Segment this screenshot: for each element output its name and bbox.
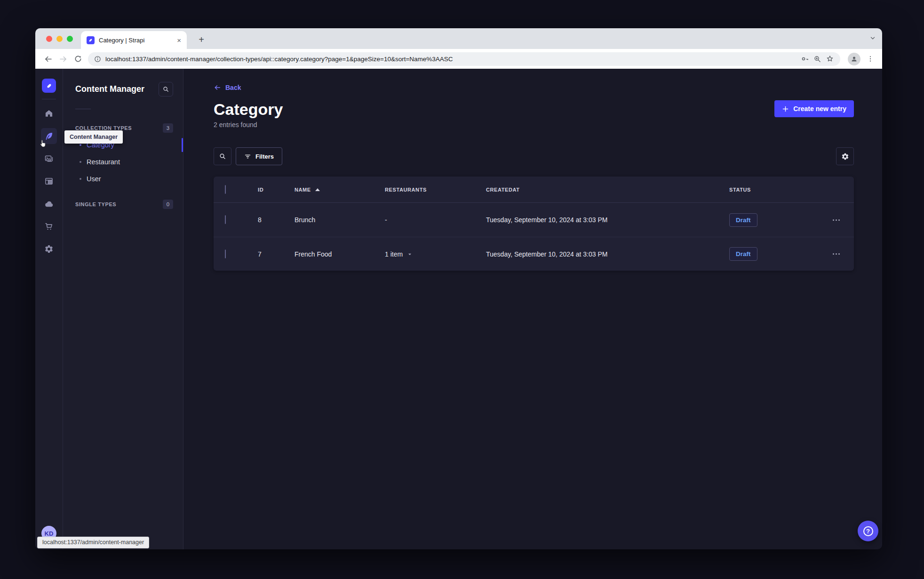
column-header-name[interactable]: NAME [295,187,385,193]
sort-ascending-icon [315,188,320,191]
arrow-left-icon [214,84,221,91]
create-new-entry-label: Create new entry [793,105,846,113]
row-checkbox[interactable] [225,249,226,258]
marketplace-cart-icon[interactable] [41,218,57,234]
window-controls [46,36,73,42]
single-types-label: SINGLE TYPES [75,201,116,207]
address-bar[interactable]: localhost:1337/admin/content-manager/col… [88,52,840,66]
page-info-icon[interactable] [94,56,101,63]
cell-createdat: Tuesday, September 10, 2024 at 3:03 PM [486,250,729,258]
main-content: Back Category 2 entries found Create new… [183,69,882,549]
entries-count: 2 entries found [214,121,854,129]
filter-icon [244,153,251,160]
main-navigation-rail: KD [35,69,63,549]
content-manager-icon[interactable] [41,128,57,144]
bullet-icon [80,161,81,163]
status-badge: Draft [729,213,757,227]
subnav-search-icon[interactable] [159,82,173,96]
filters-label: Filters [255,153,274,160]
close-tab-icon[interactable]: × [177,37,181,44]
back-link[interactable]: Back [214,84,241,91]
view-settings-button[interactable] [836,147,854,165]
table-row[interactable]: 8 Brunch - Tuesday, September 10, 2024 a… [214,203,854,237]
content-manager-tooltip: Content Manager [64,130,123,144]
cell-createdat: Tuesday, September 10, 2024 at 3:03 PM [486,216,729,224]
tab-title: Category | Strapi [99,37,173,44]
row-checkbox[interactable] [225,215,226,224]
entries-table: ID NAME RESTAURANTS CREATEDAT STATUS 8 B… [214,177,854,271]
close-window-button[interactable] [46,36,52,42]
column-header-status[interactable]: STATUS [729,187,821,193]
status-bar-link: localhost:1337/admin/content-manager [37,537,149,548]
strapi-admin: KD Content Manager COLLECTION TYPES 3 [35,69,882,549]
filter-toolbar: Filters [214,147,854,165]
strapi-logo[interactable] [42,79,56,93]
reload-icon[interactable] [71,52,85,66]
settings-gear-icon[interactable] [41,241,57,257]
subnav-title: Content Manager [75,84,144,94]
subnav-item-label: Restaurant [87,158,120,166]
cloud-icon[interactable] [41,196,57,212]
browser-profile-avatar[interactable] [848,53,860,65]
cell-restaurants[interactable]: 1 item [385,250,486,258]
bullet-icon [80,178,81,180]
table-row[interactable]: 7 French Food 1 item Tuesday, September … [214,237,854,271]
content-type-builder-icon[interactable] [41,173,57,189]
chevron-down-icon[interactable] [407,251,413,257]
browser-window: Category | Strapi × + local [35,28,882,549]
browser-toolbar: localhost:1337/admin/content-manager/col… [35,49,882,69]
browser-menu-icon[interactable] [864,53,876,65]
bookmark-star-icon[interactable] [826,55,834,63]
new-tab-button[interactable]: + [195,33,207,46]
subnav-item-user[interactable]: User [75,170,173,187]
minimize-window-button[interactable] [56,36,63,42]
strapi-favicon-icon [87,36,95,44]
zoom-page-icon[interactable] [813,55,821,63]
bullet-icon [80,144,81,146]
search-button[interactable] [214,147,231,165]
search-icon [219,153,226,160]
desktop: Category | Strapi × + local [0,0,924,579]
column-header-id[interactable]: ID [258,187,295,193]
select-all-checkbox[interactable] [225,185,226,194]
collection-types-count-badge: 3 [163,123,173,133]
media-library-icon[interactable] [41,151,57,167]
forward-navigation-icon [56,52,70,66]
column-header-restaurants[interactable]: RESTAURANTS [385,187,486,193]
url-text[interactable]: localhost:1337/admin/content-manager/col… [105,56,797,63]
page-title: Category [214,100,854,119]
content-manager-subnav: Content Manager COLLECTION TYPES 3 Categ… [63,69,183,549]
row-actions-menu-icon[interactable] [830,250,843,257]
status-badge: Draft [729,247,757,261]
tab-search-chevron-icon[interactable] [869,35,876,41]
single-types-count-badge: 0 [163,200,173,209]
cell-name: French Food [295,250,385,258]
column-header-createdat[interactable]: CREATEDAT [486,187,729,193]
browser-tab[interactable]: Category | Strapi × [81,31,187,49]
subnav-item-restaurant[interactable]: Restaurant [75,153,173,170]
back-label: Back [225,84,241,91]
active-indicator [182,138,183,152]
plus-icon [782,105,789,113]
table-header-row: ID NAME RESTAURANTS CREATEDAT STATUS [214,177,854,203]
rail-divider [42,99,56,99]
filters-button[interactable]: Filters [236,147,282,165]
home-icon[interactable] [41,105,57,121]
cell-id: 8 [258,216,295,224]
cell-id: 7 [258,250,295,258]
cell-restaurants: - [385,216,486,224]
cell-name: Brunch [295,216,385,224]
subnav-divider [75,109,91,109]
password-key-icon[interactable] [801,55,809,63]
tab-strip: Category | Strapi × + [35,28,882,49]
row-actions-menu-icon[interactable] [830,217,843,224]
create-new-entry-button[interactable]: Create new entry [774,100,854,117]
collection-types-list: Category Restaurant User [75,137,173,187]
restaurants-count: 1 item [385,250,403,258]
maximize-window-button[interactable] [67,36,73,42]
single-types-section: SINGLE TYPES 0 [75,200,173,209]
gear-icon [841,153,849,161]
help-button[interactable]: ? [858,521,878,541]
subnav-item-label: User [87,175,101,183]
back-navigation-icon[interactable] [41,52,55,66]
